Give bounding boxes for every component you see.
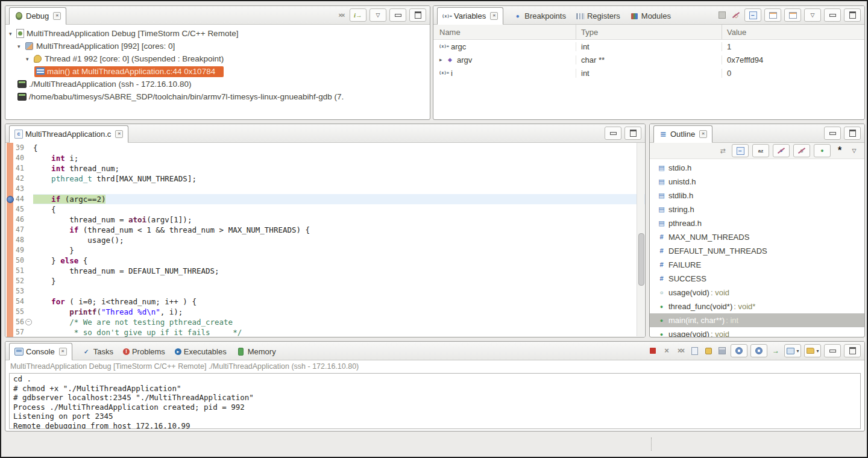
debug-tree-item[interactable]: ▾Thread #1 992 [core: 0] (Suspended : Br… [5, 52, 430, 65]
gutter-line-number[interactable]: 53 [5, 286, 33, 296]
code-area[interactable]: 39{40 int i;41 int thread_num;42 pthread… [5, 143, 645, 337]
debug-tree-item[interactable]: ▾MultiThreadApplication [992] [cores: 0] [5, 40, 430, 52]
gutter-line-number[interactable]: 39 [5, 143, 33, 153]
outline-item[interactable]: string.h [650, 202, 864, 216]
hide-non-public-button[interactable] [814, 144, 831, 157]
debug-tree-item[interactable]: /home/babu/timesys/SABRE_SDP/toolchain/b… [5, 90, 430, 103]
variables-table[interactable]: argcint1▸argvchar **0x7efffd94iint0 [433, 40, 864, 80]
maximize-button[interactable] [844, 127, 861, 140]
tree-expander-icon[interactable]: ▸ [439, 57, 445, 63]
maximize-button[interactable] [409, 8, 426, 22]
outline-item[interactable]: main(int, char**) : int [650, 313, 864, 327]
tab-console[interactable]: Console× [9, 343, 72, 360]
tab-outline[interactable]: Outline × [653, 125, 712, 143]
maximize-button[interactable] [844, 344, 861, 357]
instruction-stepping-button[interactable] [350, 8, 366, 22]
remove-launch-button[interactable] [661, 345, 672, 357]
close-icon[interactable]: × [115, 130, 123, 138]
gutter-line-number[interactable]: 50 [5, 256, 33, 266]
gutter-line-number[interactable]: 40 [5, 153, 33, 163]
display-selected-console-button[interactable] [770, 345, 781, 357]
outline-list[interactable]: stdio.hunistd.hstdlib.hstring.hpthread.h… [650, 159, 864, 337]
outline-item[interactable]: stdlib.h [650, 189, 864, 202]
gutter-line-number[interactable]: 55 [5, 307, 33, 317]
gutter-line-number[interactable]: 47 [5, 225, 33, 235]
pin-console-button[interactable] [703, 345, 714, 357]
clear-console-button[interactable] [689, 345, 700, 357]
tree-expander-icon[interactable]: ▾ [17, 43, 25, 49]
close-icon[interactable]: × [699, 130, 707, 138]
outline-item[interactable]: MAX_NUM_THREADS [650, 230, 864, 244]
close-icon[interactable]: × [59, 348, 67, 356]
debug-tree-item[interactable]: main() at MultiThreadApplication.c:44 0x… [5, 65, 430, 78]
outline-item[interactable]: thread_func(void*) : void* [650, 300, 864, 313]
close-icon[interactable]: × [490, 12, 498, 20]
open-new-view-button[interactable] [784, 8, 801, 22]
gutter-line-number[interactable]: 42 [5, 174, 33, 184]
gutter-line-number[interactable]: 56− [5, 317, 33, 327]
minimize-button[interactable] [824, 8, 841, 22]
breakpoint-icon[interactable] [7, 196, 14, 203]
collapse-all-button[interactable] [732, 144, 749, 157]
gutter-line-number[interactable]: 46 [5, 215, 33, 225]
outline-item[interactable]: unistd.h [650, 175, 864, 189]
show-logical-structure-button[interactable] [731, 9, 741, 21]
editor-vertical-scrollbar[interactable] [637, 143, 644, 336]
tab-editor-file[interactable]: MultiThreadApplication.c × [9, 125, 128, 143]
view-menu-button[interactable] [804, 8, 821, 22]
minimize-button[interactable] [389, 8, 406, 22]
tab-debug[interactable]: Debug × [9, 7, 66, 25]
close-icon[interactable]: × [53, 12, 61, 20]
open-console-button[interactable]: ▾ [784, 344, 801, 357]
link-with-editor-button[interactable] [717, 145, 728, 157]
terminate-button[interactable] [647, 345, 658, 357]
hide-fields-button[interactable] [773, 144, 790, 157]
outline-item[interactable]: DEFAULT_NUM_THREADS [650, 244, 864, 258]
view-menu-button[interactable] [849, 145, 860, 157]
debug-tree-item[interactable]: ▾MultiThreadApplication Debug [TimeStorm… [5, 27, 430, 40]
remove-all-launches-button[interactable] [675, 345, 686, 357]
sort-button[interactable] [752, 144, 769, 157]
new-console-button[interactable]: ▾ [804, 344, 821, 357]
gutter-line-number[interactable]: 49 [5, 245, 33, 256]
outline-item[interactable]: pthread.h [650, 216, 864, 230]
hide-static-button[interactable] [793, 144, 810, 157]
gutter-line-number[interactable]: 54 [5, 296, 33, 307]
gutter-line-number[interactable]: 43 [5, 184, 33, 194]
tab-executables[interactable]: Executables [175, 344, 227, 360]
tab-registers[interactable]: Registers [576, 8, 620, 24]
gutter-line-number[interactable]: 57 [5, 327, 33, 337]
remove-all-terminated-button[interactable] [336, 9, 347, 21]
outline-item[interactable]: usage(void) : void [650, 286, 864, 300]
tab-tasks[interactable]: Tasks [82, 344, 113, 360]
gutter-line-number[interactable]: 41 [5, 163, 33, 174]
tab-variables[interactable]: Variables× [437, 7, 503, 25]
collapse-all-button[interactable] [744, 8, 761, 22]
minimize-button[interactable] [605, 127, 621, 140]
variable-row[interactable]: ▸argvchar **0x7efffd94 [433, 53, 864, 66]
show-stderr-when-changed-button[interactable] [750, 344, 767, 357]
debug-tree-item[interactable]: ./MultiThreadApplication (ssh - 172.16.1… [5, 78, 430, 90]
tree-expander-icon[interactable]: ▾ [26, 56, 33, 62]
tree-expander-icon[interactable]: ▾ [9, 31, 16, 37]
view-menu-button[interactable] [370, 8, 386, 22]
scrollbar-thumb[interactable] [638, 233, 644, 286]
pin-view-button[interactable] [764, 8, 781, 22]
variable-row[interactable]: argcint1 [433, 40, 864, 53]
console-output[interactable]: cd .# chmod +x "./MultiThreadApplication… [9, 373, 861, 429]
maximize-button[interactable] [624, 127, 641, 140]
maximize-button[interactable] [844, 8, 861, 22]
show-type-names-button[interactable] [717, 9, 728, 21]
minimize-button[interactable] [824, 344, 841, 357]
minimize-button[interactable] [824, 127, 841, 140]
gutter-line-number[interactable]: 48 [5, 235, 33, 245]
tab-modules[interactable]: Modules [630, 8, 671, 24]
gutter-line-number[interactable]: 51 [5, 266, 33, 276]
outline-item[interactable]: usage(void) : void [650, 327, 864, 337]
scroll-lock-button[interactable] [717, 345, 728, 357]
debug-tree[interactable]: ▾MultiThreadApplication Debug [TimeStorm… [5, 25, 430, 103]
outline-item[interactable]: FAILURE [650, 258, 864, 272]
outline-item[interactable]: SUCCESS [650, 272, 864, 286]
tab-problems[interactable]: Problems [123, 344, 165, 360]
code-editor[interactable]: 39{40 int i;41 int thread_num;42 pthread… [5, 143, 645, 337]
